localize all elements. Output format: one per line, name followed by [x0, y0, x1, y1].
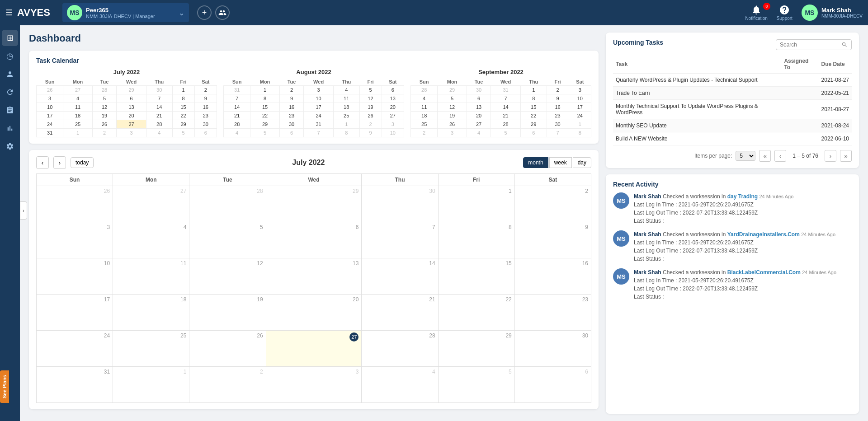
- next-page-button[interactable]: ›: [825, 150, 836, 162]
- big-cal-day[interactable]: 2: [189, 367, 266, 403]
- big-cal-day[interactable]: 20: [266, 295, 362, 331]
- users-button[interactable]: [215, 5, 230, 20]
- calendar-day[interactable]: 6: [382, 86, 404, 94]
- calendar-day[interactable]: 29: [172, 120, 194, 129]
- calendar-day[interactable]: 2: [411, 129, 438, 137]
- calendar-day[interactable]: 8: [520, 94, 547, 103]
- calendar-day[interactable]: 26: [438, 120, 467, 129]
- calendar-day[interactable]: 8: [172, 94, 194, 103]
- calendar-day[interactable]: 5: [491, 129, 521, 137]
- calendar-day[interactable]: 5: [92, 94, 116, 103]
- calendar-day[interactable]: 17: [569, 103, 591, 112]
- prev-page-button[interactable]: ‹: [774, 150, 786, 162]
- calendar-day[interactable]: 26: [92, 120, 116, 129]
- big-cal-day[interactable]: 16: [514, 258, 591, 295]
- big-cal-day[interactable]: 30: [514, 331, 591, 367]
- calendar-day[interactable]: 18: [63, 112, 93, 120]
- big-cal-day[interactable]: 3: [266, 367, 362, 403]
- add-button[interactable]: +: [197, 5, 212, 20]
- calendar-day[interactable]: 29: [520, 120, 547, 129]
- calendar-day[interactable]: 31: [224, 86, 250, 94]
- calendar-day[interactable]: 7: [224, 94, 250, 103]
- calendar-day[interactable]: 13: [382, 94, 404, 103]
- items-per-page-select[interactable]: 51025: [736, 151, 755, 161]
- big-cal-day[interactable]: 1: [438, 186, 514, 222]
- big-cal-day[interactable]: 6: [266, 222, 362, 258]
- calendar-day[interactable]: 9: [547, 94, 569, 103]
- big-cal-day[interactable]: 2: [514, 186, 591, 222]
- big-cal-day[interactable]: 17: [37, 295, 113, 331]
- calendar-day[interactable]: 2: [547, 86, 569, 94]
- big-cal-day[interactable]: 22: [438, 295, 514, 331]
- calendar-day[interactable]: 9: [279, 94, 303, 103]
- calendar-day[interactable]: 22: [520, 112, 547, 120]
- calendar-day[interactable]: 6: [467, 94, 491, 103]
- sidebar-item-clock[interactable]: ◷: [2, 48, 18, 64]
- support-button[interactable]: Support: [777, 5, 793, 21]
- calendar-day[interactable]: 24: [569, 112, 591, 120]
- today-button[interactable]: today: [71, 157, 94, 168]
- big-cal-day[interactable]: 30: [362, 186, 438, 222]
- big-cal-day[interactable]: 29: [438, 331, 514, 367]
- calendar-day[interactable]: 19: [92, 112, 116, 120]
- calendar-day[interactable]: 13: [467, 103, 491, 112]
- calendar-day[interactable]: 2: [194, 86, 217, 94]
- calendar-day[interactable]: 25: [411, 120, 438, 129]
- first-page-button[interactable]: «: [759, 150, 771, 162]
- calendar-day[interactable]: 30: [547, 120, 569, 129]
- calendar-day[interactable]: 28: [411, 86, 438, 94]
- calendar-day[interactable]: 1: [250, 86, 280, 94]
- big-cal-day[interactable]: 27: [266, 331, 362, 367]
- calendar-day[interactable]: 22: [250, 112, 280, 120]
- calendar-day[interactable]: 19: [438, 112, 467, 120]
- calendar-day[interactable]: 3: [117, 129, 146, 137]
- calendar-day[interactable]: 27: [117, 120, 146, 129]
- big-cal-day[interactable]: 5: [438, 367, 514, 403]
- calendar-day[interactable]: 7: [304, 129, 334, 137]
- big-cal-day[interactable]: 23: [514, 295, 591, 331]
- calendar-day[interactable]: 22: [172, 112, 194, 120]
- big-cal-day[interactable]: 19: [189, 295, 266, 331]
- calendar-day[interactable]: 20: [117, 112, 146, 120]
- calendar-day[interactable]: 31: [491, 86, 521, 94]
- user-menu[interactable]: MS Mark Shah NMM-30JIA-DHECV: [802, 5, 863, 21]
- calendar-day[interactable]: 5: [438, 94, 467, 103]
- calendar-day[interactable]: 29: [117, 86, 146, 94]
- calendar-day[interactable]: 4: [467, 129, 491, 137]
- calendar-day[interactable]: 7: [491, 94, 521, 103]
- calendar-day[interactable]: 1: [333, 120, 359, 129]
- calendar-day[interactable]: 16: [547, 103, 569, 112]
- calendar-day[interactable]: 6: [194, 129, 217, 137]
- calendar-day[interactable]: 26: [37, 86, 63, 94]
- activity-site[interactable]: day Trading: [727, 193, 758, 200]
- calendar-day[interactable]: 3: [304, 86, 334, 94]
- calendar-day[interactable]: 30: [146, 86, 172, 94]
- calendar-day[interactable]: 21: [491, 112, 521, 120]
- calendar-day[interactable]: 10: [569, 94, 591, 103]
- big-cal-day[interactable]: 27: [113, 186, 189, 222]
- calendar-day[interactable]: 11: [63, 103, 93, 112]
- calendar-day[interactable]: 27: [467, 120, 491, 129]
- big-cal-day[interactable]: 14: [362, 258, 438, 295]
- sidebar-collapse-toggle[interactable]: ›: [20, 201, 27, 220]
- task-search-input[interactable]: [780, 42, 839, 48]
- see-plans-button[interactable]: See Plans: [0, 370, 9, 403]
- calendar-day[interactable]: 20: [467, 112, 491, 120]
- calendar-day[interactable]: 23: [279, 112, 303, 120]
- sidebar-item-user[interactable]: [2, 66, 18, 82]
- calendar-day[interactable]: 18: [333, 103, 359, 112]
- activity-site[interactable]: YardDrainageInstallers.Com: [727, 231, 800, 238]
- big-cal-day[interactable]: 21: [362, 295, 438, 331]
- calendar-day[interactable]: 15: [520, 103, 547, 112]
- calendar-day[interactable]: 4: [63, 94, 93, 103]
- calendar-day[interactable]: 4: [333, 86, 359, 94]
- cal-view-week-button[interactable]: week: [549, 157, 572, 168]
- big-cal-day[interactable]: 9: [514, 222, 591, 258]
- sidebar-item-dashboard[interactable]: ⊞: [2, 30, 18, 46]
- calendar-day[interactable]: 27: [382, 112, 404, 120]
- calendar-day[interactable]: 7: [547, 129, 569, 137]
- last-page-button[interactable]: »: [840, 150, 852, 162]
- calendar-day[interactable]: 24: [304, 112, 334, 120]
- calendar-day[interactable]: 1: [172, 86, 194, 94]
- calendar-day[interactable]: 9: [194, 94, 217, 103]
